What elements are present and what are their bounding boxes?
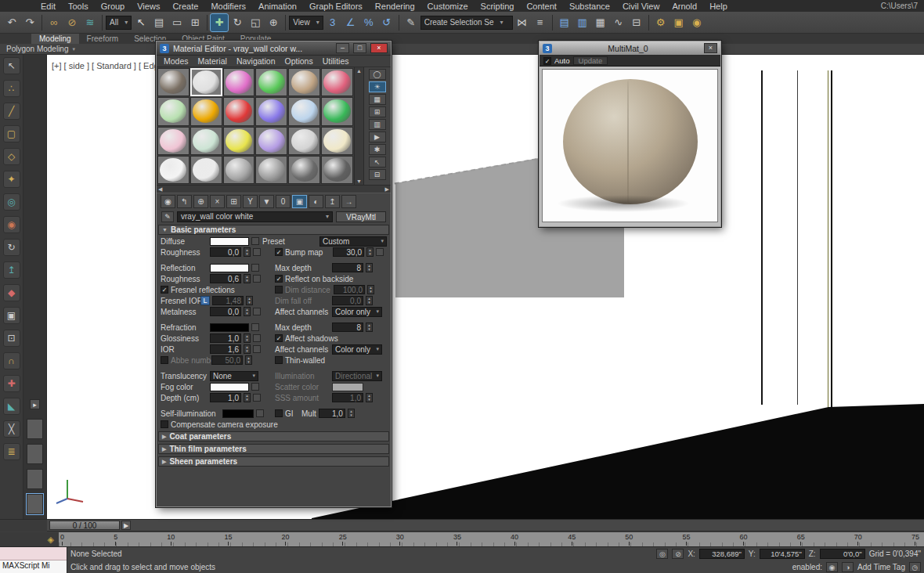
spinner[interactable]: ▴▾ [244, 274, 251, 283]
reflection-map-button[interactable] [251, 264, 259, 272]
bump-map-checkbox[interactable]: ✓ [275, 248, 283, 256]
refraction-color-swatch[interactable] [210, 323, 249, 332]
scatter-color-swatch[interactable] [332, 383, 363, 391]
roughness-map-button[interactable] [253, 248, 261, 256]
menu-rendering[interactable]: Rendering [369, 2, 421, 11]
material-sample-slot[interactable] [223, 127, 255, 155]
menu-tools[interactable]: Tools [62, 2, 95, 11]
gi-checkbox[interactable] [275, 409, 283, 417]
metalness-map-button[interactable] [253, 308, 261, 315]
isolate-selection-icon[interactable]: ◎ [656, 549, 668, 559]
track-bar-ruler[interactable]: 0 5 10 15 20 25 30 35 40 45 50 55 60 65 … [59, 532, 924, 546]
get-material-icon[interactable]: ◉ [161, 195, 175, 208]
menu-substance[interactable]: Substance [563, 2, 616, 11]
multimat-titlebar[interactable]: 3 MultiMat_0 × [540, 41, 720, 56]
rollout-sheen-parameters[interactable]: ▶ Sheen parameters [158, 456, 389, 467]
video-color-check-icon[interactable]: ▥ [369, 119, 386, 130]
depth-map-button[interactable] [253, 394, 261, 402]
make-copy-icon[interactable]: ⊞ [226, 195, 241, 208]
add-time-tag[interactable]: Add Time Tag [857, 563, 905, 571]
glossiness-map-button[interactable] [253, 334, 261, 342]
translucency-dropdown[interactable]: None▾ [210, 371, 258, 381]
ior-map-button[interactable] [253, 345, 261, 353]
ribbon-panel-swatch[interactable] [27, 494, 43, 514]
weld-icon[interactable]: ✚ [3, 375, 20, 392]
chamfer-icon[interactable]: ◣ [3, 398, 20, 415]
align-icon[interactable]: ≡ [532, 14, 549, 31]
time-slider-track[interactable]: 0 / 100 ▶ [47, 519, 924, 532]
select-scale-icon[interactable]: ◱ [247, 14, 264, 31]
rendered-frame-icon[interactable]: ▣ [670, 14, 688, 31]
time-slider-thumb[interactable]: 0 / 100 [49, 521, 120, 530]
outline-icon[interactable]: ▣ [3, 307, 20, 324]
select-by-material-icon[interactable]: ↖ [369, 157, 386, 168]
bevel-icon[interactable]: ◆ [3, 284, 20, 301]
y-coordinate-field[interactable]: 10'4,575" [760, 549, 805, 559]
dim-falloff-field[interactable]: 0,0 [332, 296, 363, 305]
material-sample-slot[interactable] [288, 156, 320, 184]
wall-edge-line[interactable] [797, 70, 798, 405]
polygon-mode-icon[interactable]: ◇ [3, 148, 20, 165]
menu-options[interactable]: Options [281, 56, 317, 66]
options-icon[interactable]: ✱ [369, 144, 386, 155]
material-sample-slot[interactable] [157, 127, 189, 155]
pick-material-eyedropper-icon[interactable]: ✎ [161, 211, 174, 222]
scroll-up-icon[interactable]: ▲ [356, 68, 362, 74]
spinner[interactable]: ▴▾ [244, 247, 251, 257]
abbe-checkbox[interactable] [161, 356, 168, 364]
material-sample-slot[interactable] [288, 127, 320, 155]
material-sample-slot[interactable] [255, 156, 287, 184]
menu-create[interactable]: Create [166, 2, 204, 11]
scroll-right-icon[interactable]: ▶ [385, 186, 389, 193]
preview-selection-icon[interactable]: ◎ [3, 193, 20, 211]
glossiness-field[interactable]: 1,0 [210, 333, 241, 343]
select-move-icon[interactable]: ✚ [211, 14, 228, 31]
show-in-viewport-icon[interactable]: ▣ [292, 195, 307, 208]
material-type-button[interactable]: VRayMtl [336, 211, 386, 222]
mult-field[interactable]: 1,0 [319, 409, 345, 418]
curve-editor-icon[interactable]: ∿ [610, 14, 627, 31]
spinner-snap-icon[interactable]: ↺ [378, 14, 395, 31]
rollout-thin-film-parameters[interactable]: ▶ Thin film parameters [158, 444, 389, 454]
roughness2-field[interactable]: 0,6 [210, 274, 241, 283]
swift-loop-icon[interactable]: ≣ [3, 443, 20, 460]
material-editor-titlebar[interactable]: 3 Material Editor - vray_wall color w...… [157, 41, 391, 56]
material-name-dropdown[interactable]: vray_wall color white ▾ [177, 211, 333, 222]
sss-amount-field[interactable]: 1,0 [332, 393, 363, 402]
menu-scripting[interactable]: Scripting [475, 2, 521, 11]
material-sample-slot[interactable] [321, 127, 353, 155]
bump-map-field[interactable]: 30,0 [333, 247, 364, 257]
adaptive-degradation-icon[interactable]: ◑ [842, 562, 854, 572]
fog-map-button[interactable] [251, 383, 259, 391]
spinner[interactable]: ▴▾ [366, 296, 373, 305]
render-production-icon[interactable]: ◉ [688, 14, 706, 31]
scroll-down-icon[interactable]: ▼ [356, 178, 362, 184]
fog-color-swatch[interactable] [210, 383, 249, 391]
menu-content[interactable]: Content [520, 2, 563, 11]
redo-icon[interactable]: ↷ [21, 14, 38, 31]
spinner[interactable]: ▴▾ [366, 247, 374, 257]
undo-icon[interactable]: ↶ [3, 14, 20, 31]
reference-coordinate-dropdown[interactable]: View ▾ [289, 16, 323, 30]
self-illumination-map-button[interactable] [256, 409, 264, 417]
ribbon-flyout-arrow[interactable]: ▸ [30, 399, 40, 409]
material-sample-slot[interactable] [190, 156, 222, 184]
selection-filter-dropdown[interactable]: All ▾ [106, 16, 132, 30]
spinner[interactable]: ▴▾ [366, 323, 373, 332]
select-by-name-icon[interactable]: ▤ [150, 14, 168, 31]
roughness2-map-button[interactable] [253, 275, 261, 283]
material-sample-slot[interactable] [157, 97, 189, 125]
menu-views[interactable]: Views [131, 2, 166, 11]
rollout-basic-parameters[interactable]: ▼ Basic parameters [158, 225, 389, 235]
region-rect-icon[interactable]: ▭ [168, 14, 186, 31]
scene-explorer-icon[interactable]: ▤ [556, 14, 573, 31]
turn-icon[interactable]: ↻ [3, 239, 20, 256]
material-sample-slot[interactable] [190, 127, 222, 155]
refraction-map-button[interactable] [251, 323, 259, 331]
schematic-view-icon[interactable]: ⊟ [628, 14, 645, 31]
maxscript-macro-pane[interactable] [0, 547, 67, 560]
spinner[interactable]: ▴▾ [366, 263, 373, 272]
abbe-field[interactable]: 50,0 [211, 355, 243, 365]
material-sample-slot[interactable] [255, 68, 287, 96]
ior-field[interactable]: 1,6 [210, 344, 241, 354]
